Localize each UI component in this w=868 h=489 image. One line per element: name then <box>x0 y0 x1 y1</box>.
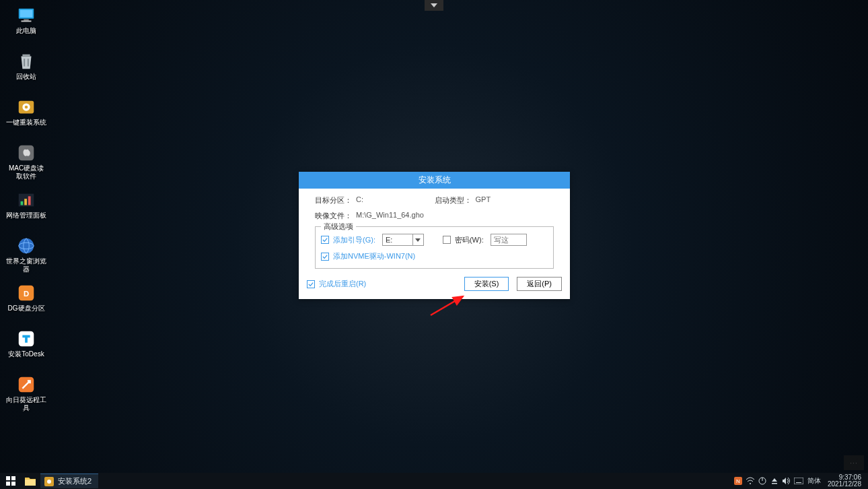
taskbar-app-install-system[interactable]: 安装系统2 <box>40 474 98 488</box>
wifi-icon[interactable] <box>744 473 756 489</box>
svg-line-21 <box>431 296 463 315</box>
svg-rect-26 <box>25 480 36 486</box>
svg-rect-36 <box>796 482 801 483</box>
barchart-icon <box>16 190 36 210</box>
desktop-icon-label: 世界之窗浏览器 <box>5 257 47 273</box>
add-nvme-checkbox[interactable] <box>321 253 329 261</box>
add-boot-checkbox[interactable] <box>321 236 329 244</box>
svg-rect-4 <box>22 55 30 57</box>
svg-point-15 <box>19 238 34 254</box>
desktop-icon-label: 网络管理面板 <box>6 211 46 220</box>
boot-type-value: GPT <box>476 195 491 205</box>
boot-type-label: 启动类型： <box>435 195 472 205</box>
desktop-icon-label: 向日葵远程工具 <box>5 396 47 412</box>
globe-icon <box>16 236 36 256</box>
svg-rect-5 <box>24 59 25 66</box>
desktop-icon-label: 回收站 <box>16 73 36 81</box>
svg-point-28 <box>47 480 51 484</box>
apple-icon <box>16 143 36 163</box>
keyboard-icon[interactable] <box>793 473 805 489</box>
back-button[interactable]: 返回(P) <box>517 277 562 291</box>
taskbar-clock[interactable]: 9:37:06 2021/12/28 <box>824 474 865 488</box>
image-file-value: M:\G_Win11_64.gho <box>356 211 424 221</box>
svg-point-9 <box>25 106 28 109</box>
dg-icon: D <box>16 283 36 303</box>
desktop-icon-label: 一键重装系统 <box>6 119 46 127</box>
sunflower-icon <box>16 374 36 395</box>
eject-icon[interactable] <box>768 473 781 489</box>
chevron-down-icon <box>412 234 423 245</box>
install-system-dialog: 安装系统 目标分区： C: 启动类型： GPT 映像文件： M:\G_Win11… <box>299 172 570 299</box>
desktop-icon-world-browser[interactable]: 世界之窗浏览器 <box>5 236 47 273</box>
pc-icon <box>16 5 36 26</box>
advanced-options-legend: 高级选项 <box>321 222 356 232</box>
svg-rect-34 <box>772 483 777 484</box>
desktop-icon-label: DG硬盘分区 <box>8 304 45 313</box>
svg-rect-1 <box>20 10 33 18</box>
desktop-icon-label: MAC硬盘读取软件 <box>5 164 47 181</box>
password-input[interactable] <box>491 234 527 246</box>
desktop-icon-this-pc[interactable]: 此电脑 <box>5 5 47 35</box>
gearbox-icon <box>16 97 36 117</box>
svg-rect-23 <box>11 476 15 480</box>
advanced-options-group: 高级选项 添加引导(G): E: 密码(W): <box>315 226 554 269</box>
desktop-icon-network-panel[interactable]: 网络管理面板 <box>5 190 47 220</box>
add-boot-drive-select[interactable]: E: <box>382 234 424 246</box>
volume-icon[interactable] <box>781 473 793 489</box>
desktop-icon-sunflower[interactable]: 向日葵远程工具 <box>5 374 47 412</box>
file-explorer-taskbar-icon[interactable] <box>22 473 39 489</box>
svg-rect-14 <box>28 196 31 205</box>
desktop-icon-todesk[interactable]: 安装ToDesk <box>5 329 47 358</box>
password-checkbox[interactable] <box>443 236 451 244</box>
desktop-icon-mac-disk[interactable]: MAC硬盘读取软件 <box>5 143 47 181</box>
svg-rect-13 <box>24 199 27 205</box>
app-icon <box>44 477 54 486</box>
taskbar: 安装系统2 N 简体 9:37:06 2021/12/28 <box>0 473 868 489</box>
desktop-icon-label: 此电脑 <box>16 27 36 35</box>
svg-rect-22 <box>6 476 10 480</box>
system-tray: N 简体 9:37:06 2021/12/28 <box>732 473 868 489</box>
desktop-icon-dg-partition[interactable]: D DG硬盘分区 <box>5 283 47 313</box>
add-boot-drive-value: E: <box>386 236 392 244</box>
svg-rect-25 <box>11 482 15 486</box>
todesk-icon <box>16 329 36 349</box>
add-boot-label: 添加引导(G): <box>333 235 375 245</box>
target-partition-value: C: <box>356 195 363 205</box>
tray-N-icon[interactable]: N <box>732 473 744 489</box>
top-dropdown-tab[interactable] <box>425 0 443 11</box>
desktop-icon-one-key-install[interactable]: 一键重装系统 <box>5 97 47 127</box>
bin-icon <box>16 51 36 71</box>
desktop-watermark: ··· <box>844 455 864 470</box>
svg-text:D: D <box>24 290 29 298</box>
dialog-title: 安装系统 <box>299 172 570 189</box>
install-button[interactable]: 安装(S) <box>464 277 509 291</box>
restart-after-checkbox-group: 完成后重启(R) <box>307 279 373 289</box>
desktop-icon-label: 安装ToDesk <box>8 350 44 358</box>
power-icon[interactable] <box>756 473 768 489</box>
password-label: 密码(W): <box>455 235 484 245</box>
svg-rect-12 <box>21 201 24 205</box>
start-button[interactable] <box>0 473 22 489</box>
target-partition-label: 目标分区： <box>315 195 352 205</box>
clock-date: 2021/12/28 <box>828 481 861 488</box>
svg-rect-6 <box>28 59 29 66</box>
taskbar-app-label: 安装系统2 <box>58 476 92 486</box>
svg-rect-3 <box>22 21 32 22</box>
svg-text:N: N <box>736 478 740 484</box>
add-nvme-label: 添加NVME驱动-WIN7(N) <box>333 251 415 261</box>
desktop-icon-recycle-bin[interactable]: 回收站 <box>5 51 47 81</box>
restart-checkbox[interactable] <box>307 280 315 288</box>
svg-point-31 <box>750 483 751 484</box>
svg-rect-35 <box>794 478 803 484</box>
image-file-label: 映像文件： <box>315 211 352 221</box>
restart-label: 完成后重启(R) <box>319 279 366 289</box>
svg-rect-24 <box>6 482 10 486</box>
ime-indicator[interactable]: 简体 <box>805 476 824 486</box>
svg-rect-2 <box>24 20 29 21</box>
